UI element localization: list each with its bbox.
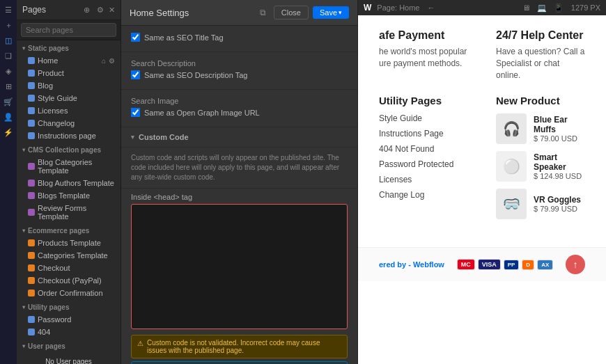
page-item-blog[interactable]: Blog [17,79,121,92]
page-icon-blog-authors [28,180,35,187]
utility-item-404[interactable]: 404 Not Found [379,144,468,154]
page-icon-instructions [28,132,35,139]
pages-panel: Pages ⊕ ⚙ ✕ ▾ Static pages Home ⌂ ⚙ Prod… [17,0,121,364]
page-item-products-template[interactable]: Products Template [17,237,121,249]
product-thumb-2: 🥽 [496,189,527,219]
page-item-changelog[interactable]: Changelog [17,117,121,129]
back-nav-icon[interactable]: ← [425,3,437,13]
toolbar-cms-icon[interactable]: ⊞ [1,79,15,93]
search-desc-label: Search Description [131,59,348,68]
settings-header-buttons: ⧉ Close Save ▾ [256,6,349,19]
no-user-pages-title: No User pages [22,358,115,364]
page-item-licenses[interactable]: Licenses [17,104,121,117]
same-title-row: Same as SEO Title Tag [131,33,348,42]
page-item-instructions[interactable]: Instructions page [17,129,121,142]
footer-webflow-link[interactable]: Webflow [413,260,444,269]
same-og-label: Same as Open Graph Image URL [144,109,260,117]
page-item-home[interactable]: Home ⌂ ⚙ [17,54,121,67]
warning-icon: ⚠ [137,340,143,347]
page-item-checkout[interactable]: Checkout [17,262,121,274]
static-pages-label: Static pages [28,45,69,52]
toolbar-pages-list-icon[interactable]: ◫ [1,33,15,47]
code-area-label: Inside <head> tag [121,189,357,204]
page-icon-checkout-paypal [28,277,35,284]
page-icon-blogs [28,192,35,199]
settings-save-button[interactable]: Save ▾ [313,6,349,19]
tablet-icon[interactable]: 💻 [535,3,549,13]
product-info-0: Blue Ear Muffs $ 79.00 USD [534,115,585,143]
top-bar: W Page: Home ← 🖥 💻 📱 1279 PX [358,0,606,15]
product-item-0: 🎧 Blue Ear Muffs $ 79.00 USD [496,113,585,144]
utility-item-style-guide[interactable]: Style Guide [379,113,468,123]
page-item-style-guide[interactable]: Style Guide [17,92,121,104]
page-item-404[interactable]: 404 [17,326,121,338]
cms-chevron-icon: ▾ [22,147,25,153]
custom-code-warning: ⚠ Custom code is not validated. Incorrec… [131,335,348,358]
toolbar-components-icon[interactable]: ❏ [1,49,15,63]
code-editor[interactable] [131,204,348,329]
utility-pages-header[interactable]: ▾ Utility pages [17,299,121,313]
user-chevron-icon: ▾ [22,343,25,349]
toolbar-ecommerce-icon[interactable]: 🛒 [1,95,15,109]
safe-payment-title: afe Payment [379,29,468,42]
page-item-order-confirmation[interactable]: Order Confirmation [17,287,121,299]
page-item-changelog-label: Changelog [38,119,115,127]
page-item-blog-authors[interactable]: Blog Authors Template [17,177,121,189]
toolbar-add-icon[interactable]: ＋ [1,18,15,32]
ecommerce-pages-header[interactable]: ▾ Ecommerce pages [17,223,121,237]
page-item-blog-cat[interactable]: Blog Categories Template [17,156,121,177]
pages-add-icon[interactable]: ⊕ [81,4,92,15]
static-pages-header[interactable]: ▾ Static pages [17,40,121,54]
search-image-section: Search Image Same as Open Graph Image UR… [121,90,357,127]
page-item-categories-template[interactable]: Categories Template [17,249,121,262]
toolbar-users-icon[interactable]: 👤 [1,110,15,124]
custom-code-header[interactable]: ▾ Custom Code [121,127,357,148]
page-item-checkout-paypal[interactable]: Checkout (PayPal) [17,274,121,287]
page-item-product-label: Product [38,69,115,77]
warning-text: Custom code is not validated. Incorrect … [147,339,341,354]
left-toolbar: ☰ ＋ ◫ ❏ ◈ ⊞ 🛒 👤 ⚡ [0,0,17,364]
new-product-title: New Product [496,95,585,106]
code-editor-content [136,209,343,324]
pages-search-input[interactable] [21,23,116,37]
save-chevron-icon: ▾ [339,9,342,16]
page-item-blogs[interactable]: Blogs Template [17,189,121,202]
utility-item-change-log[interactable]: Change Log [379,190,468,200]
same-title-checkbox[interactable] [131,33,140,42]
toolbar-pages-icon[interactable]: ☰ [1,3,15,17]
toolbar-logic-icon[interactable]: ⚡ [1,125,15,139]
ssl-info: ℹ Ecommerce is enabled so your site is S… [131,361,348,364]
settings-copy-button[interactable]: ⧉ [256,6,270,19]
new-product-section: 🎧 Blue Ear Muffs $ 79.00 USD ⚪ Smart Spe… [496,113,585,219]
same-desc-checkbox[interactable] [131,70,140,79]
footer-powered-text: ered by - [379,260,413,269]
user-pages-header[interactable]: ▾ User pages [17,338,121,352]
page-icon-style-guide [28,95,35,102]
pages-settings-icon[interactable]: ⚙ [95,4,106,15]
toolbar-assets-icon[interactable]: ◈ [1,64,15,78]
page-item-style-guide-label: Style Guide [38,94,115,102]
page-item-product[interactable]: Product [17,67,121,79]
utility-item-licenses[interactable]: Licenses [379,175,468,184]
scroll-top-button[interactable]: ↑ [566,255,585,274]
desktop-icon[interactable]: 🖥 [520,3,532,13]
utility-item-password[interactable]: Password Protected [379,159,468,169]
page-indicator: Page: Home [377,3,419,12]
utility-item-instructions[interactable]: Instructions Page [379,129,468,139]
page-item-categories-template-label: Categories Template [38,251,115,260]
same-og-checkbox[interactable] [131,108,140,117]
pages-close-button[interactable]: ✕ [109,6,115,15]
same-desc-label: Same as SEO Description Tag [144,71,247,79]
mobile-icon[interactable]: 📱 [552,3,566,13]
cms-pages-header[interactable]: ▾ CMS Collection pages [17,142,121,156]
page-item-password[interactable]: Password [17,313,121,326]
same-og-row: Same as Open Graph Image URL [131,108,348,117]
page-item-review-forms[interactable]: Review Forms Template [17,202,121,223]
page-icon-order-confirmation [28,290,35,296]
product-name-0: Blue Ear Muffs [534,115,585,134]
settings-close-button[interactable]: Close [274,6,309,19]
page-item-order-confirmation-label: Order Confirmation [38,289,115,297]
home-settings-icon: ⚙ [109,57,115,65]
page-item-blog-authors-label: Blog Authors Template [38,179,115,187]
static-chevron-icon: ▾ [22,45,25,52]
